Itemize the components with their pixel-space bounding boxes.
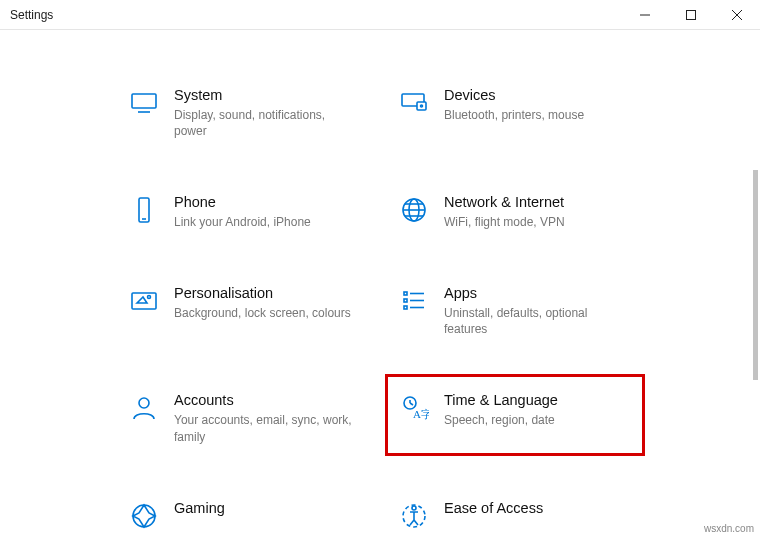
window-title: Settings — [10, 8, 53, 22]
svg-point-17 — [148, 296, 151, 299]
category-desc: WiFi, flight mode, VPN — [444, 214, 565, 230]
category-personalisation[interactable]: Personalisation Background, lock screen,… — [120, 278, 370, 343]
svg-rect-19 — [404, 299, 407, 302]
svg-rect-7 — [417, 102, 426, 110]
apps-list-icon — [394, 284, 434, 318]
category-title: Apps — [444, 284, 624, 303]
svg-text:A字: A字 — [413, 408, 429, 420]
category-network[interactable]: Network & Internet WiFi, flight mode, VP… — [390, 187, 640, 236]
category-system[interactable]: System Display, sound, notifications, po… — [120, 80, 370, 145]
category-devices[interactable]: Devices Bluetooth, printers, mouse — [390, 80, 640, 145]
close-button[interactable] — [714, 0, 760, 30]
category-gaming[interactable]: Gaming — [120, 493, 370, 538]
svg-line-27 — [410, 403, 413, 405]
category-title: Phone — [174, 193, 311, 212]
maximize-button[interactable] — [668, 0, 714, 30]
svg-rect-1 — [687, 10, 696, 19]
category-grid: System Display, sound, notifications, po… — [120, 80, 720, 538]
category-phone[interactable]: Phone Link your Android, iPhone — [120, 187, 370, 236]
category-desc: Your accounts, email, sync, work, family — [174, 412, 354, 444]
svg-rect-20 — [404, 306, 407, 309]
svg-point-24 — [139, 398, 149, 408]
svg-rect-16 — [132, 293, 156, 309]
gaming-icon — [124, 499, 164, 533]
devices-icon — [394, 86, 434, 120]
titlebar: Settings — [0, 0, 760, 30]
category-title: Gaming — [174, 499, 225, 518]
svg-point-31 — [412, 506, 416, 510]
vertical-scrollbar[interactable] — [753, 170, 758, 380]
system-icon — [124, 86, 164, 120]
category-title: Devices — [444, 86, 584, 105]
category-title: Personalisation — [174, 284, 351, 303]
paintbrush-icon — [124, 284, 164, 318]
category-accounts[interactable]: Accounts Your accounts, email, sync, wor… — [120, 385, 370, 450]
svg-rect-18 — [404, 292, 407, 295]
category-title: Ease of Access — [444, 499, 543, 518]
globe-icon — [394, 193, 434, 227]
category-ease-of-access[interactable]: Ease of Access — [390, 493, 640, 538]
category-desc: Display, sound, notifications, power — [174, 107, 354, 139]
phone-icon — [124, 193, 164, 227]
category-time-language[interactable]: A字 Time & Language Speech, region, date — [390, 379, 640, 450]
minimize-button[interactable] — [622, 0, 668, 30]
category-title: Accounts — [174, 391, 354, 410]
category-title: Time & Language — [444, 391, 558, 410]
category-desc: Uninstall, defaults, optional features — [444, 305, 624, 337]
svg-rect-4 — [132, 94, 156, 108]
category-desc: Link your Android, iPhone — [174, 214, 311, 230]
category-desc: Bluetooth, printers, mouse — [444, 107, 584, 123]
watermark: wsxdn.com — [704, 523, 754, 534]
category-desc: Background, lock screen, colours — [174, 305, 351, 321]
category-apps[interactable]: Apps Uninstall, defaults, optional featu… — [390, 278, 640, 343]
category-title: System — [174, 86, 354, 105]
time-language-icon: A字 — [394, 391, 434, 425]
category-title: Network & Internet — [444, 193, 565, 212]
person-icon — [124, 391, 164, 425]
svg-point-29 — [133, 505, 155, 527]
category-desc: Speech, region, date — [444, 412, 558, 428]
settings-content: System Display, sound, notifications, po… — [0, 30, 760, 538]
ease-of-access-icon — [394, 499, 434, 533]
